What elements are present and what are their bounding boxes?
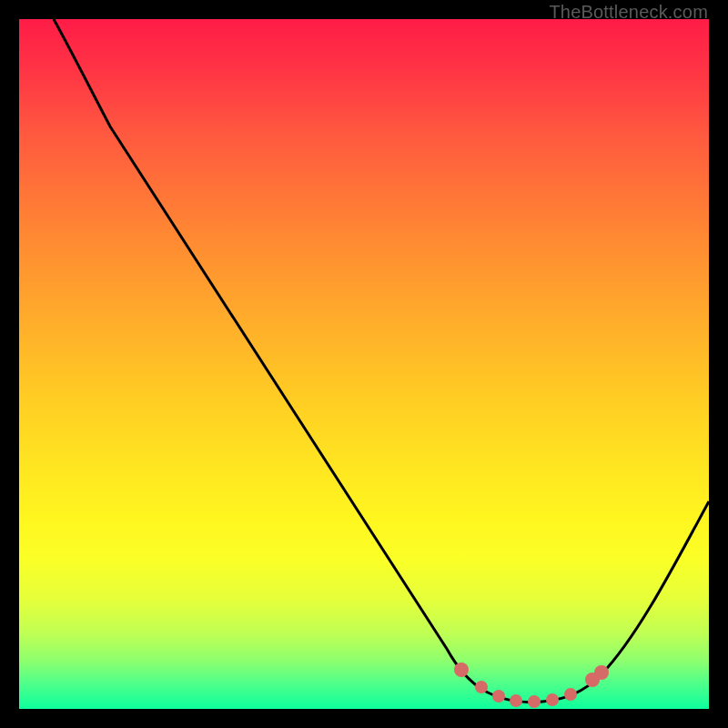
svg-point-8 — [594, 665, 609, 680]
svg-point-4 — [528, 695, 541, 708]
svg-point-5 — [546, 693, 559, 706]
bottleneck-curve-svg — [19, 19, 709, 709]
watermark-text: TheBottleneck.com — [549, 2, 708, 23]
svg-point-6 — [564, 688, 577, 701]
svg-point-1 — [475, 681, 488, 693]
chart-container: TheBottleneck.com — [0, 0, 728, 728]
bottleneck-curve — [54, 19, 709, 703]
svg-point-2 — [492, 690, 505, 703]
valley-markers — [454, 662, 609, 708]
svg-point-3 — [510, 694, 522, 707]
svg-point-0 — [454, 662, 469, 677]
plot-area — [19, 19, 709, 709]
